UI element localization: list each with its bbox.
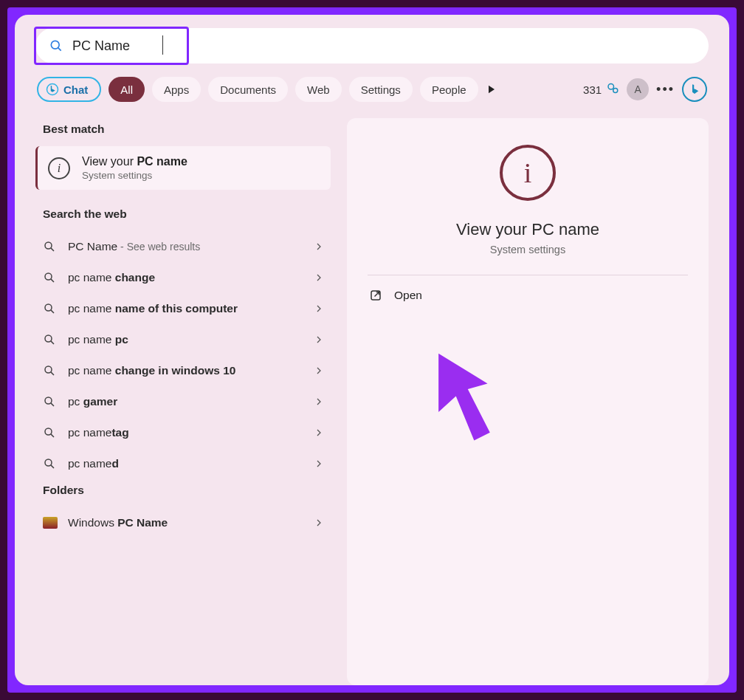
search-icon — [43, 457, 56, 470]
svg-line-10 — [51, 310, 54, 313]
best-match-result[interactable]: i View your PC name System settings — [35, 146, 331, 190]
web-result[interactable]: pc named — [35, 448, 331, 479]
svg-point-15 — [45, 397, 52, 404]
result-label: pc name change — [68, 271, 314, 284]
reward-icon — [606, 83, 619, 96]
result-label: pc nametag — [68, 426, 314, 439]
search-bar — [35, 28, 709, 64]
next-icon[interactable] — [486, 83, 497, 95]
best-match-title: View your PC name — [82, 155, 187, 168]
search-icon — [43, 333, 56, 346]
search-input[interactable] — [72, 38, 695, 54]
text-caret — [162, 35, 163, 55]
filter-chat[interactable]: Chat — [37, 77, 101, 102]
filter-label: Documents — [220, 83, 276, 96]
preview-title: View your PC name — [456, 220, 599, 239]
svg-line-14 — [51, 372, 54, 375]
avatar[interactable]: A — [627, 78, 649, 100]
bing-button[interactable] — [682, 77, 707, 102]
svg-line-12 — [51, 341, 54, 344]
chevron-right-icon — [314, 518, 323, 527]
best-match-subtitle: System settings — [82, 170, 187, 181]
more-icon[interactable]: ••• — [656, 82, 675, 97]
section-search-web: Search the web — [35, 203, 331, 231]
svg-point-3 — [608, 84, 614, 90]
chevron-right-icon — [314, 273, 323, 282]
svg-point-9 — [45, 304, 52, 311]
result-label: pc gamer — [68, 395, 314, 408]
result-label: PC Name - See web results — [68, 240, 314, 253]
svg-line-18 — [51, 434, 54, 437]
filter-label: Chat — [63, 83, 88, 96]
section-folders: Folders — [35, 479, 331, 507]
search-icon — [43, 271, 56, 284]
avatar-initial: A — [634, 83, 641, 95]
web-result[interactable]: PC Name - See web results — [35, 231, 331, 262]
result-label: pc name change in windows 10 — [68, 364, 314, 377]
filter-people[interactable]: People — [420, 77, 478, 102]
chevron-right-icon — [314, 242, 323, 251]
open-label: Open — [394, 289, 422, 302]
svg-point-17 — [45, 428, 52, 435]
result-label: pc named — [68, 457, 314, 470]
filter-web[interactable]: Web — [295, 77, 342, 102]
rewards-button[interactable]: 331 — [583, 83, 619, 96]
svg-line-1 — [58, 48, 61, 51]
svg-point-0 — [51, 41, 59, 49]
filter-label: People — [432, 83, 466, 96]
web-result[interactable]: pc name name of this computer — [35, 293, 331, 324]
filter-label: All — [120, 83, 133, 96]
preview-pane: i View your PC name System settings Open — [347, 118, 709, 685]
svg-point-5 — [45, 242, 52, 249]
filter-row: Chat All Apps Documents Web Settings Peo… — [35, 77, 709, 102]
svg-point-13 — [45, 366, 52, 373]
filter-settings[interactable]: Settings — [349, 77, 413, 102]
svg-line-6 — [51, 248, 54, 251]
filter-all[interactable]: All — [108, 77, 145, 102]
search-icon — [43, 240, 56, 253]
result-label: pc name name of this computer — [68, 302, 314, 315]
svg-line-16 — [51, 403, 54, 406]
search-icon — [43, 302, 56, 315]
search-window: Chat All Apps Documents Web Settings Peo… — [15, 15, 729, 685]
section-best-match: Best match — [35, 118, 331, 146]
chevron-right-icon — [314, 459, 323, 468]
filter-label: Settings — [361, 83, 401, 96]
results-pane: Best match i View your PC name System se… — [35, 118, 331, 685]
reward-points: 331 — [583, 83, 602, 96]
result-label: Windows PC Name — [68, 516, 314, 529]
svg-line-20 — [51, 465, 54, 468]
search-icon — [49, 38, 63, 53]
search-icon — [43, 364, 56, 377]
web-result[interactable]: pc name pc — [35, 324, 331, 355]
open-icon — [369, 289, 382, 302]
chevron-right-icon — [314, 366, 323, 375]
filter-label: Apps — [164, 83, 189, 96]
filter-label: Web — [307, 83, 330, 96]
web-result[interactable]: pc gamer — [35, 386, 331, 417]
svg-point-19 — [45, 459, 52, 466]
chevron-right-icon — [314, 335, 323, 344]
bing-icon — [46, 83, 59, 96]
web-result[interactable]: pc name change in windows 10 — [35, 355, 331, 386]
info-icon: i — [500, 145, 556, 201]
result-label: pc name pc — [68, 333, 314, 346]
open-button[interactable]: Open — [368, 278, 688, 312]
folder-result[interactable]: Windows PC Name — [35, 507, 331, 538]
filter-documents[interactable]: Documents — [208, 77, 288, 102]
search-icon — [43, 395, 56, 408]
filter-apps[interactable]: Apps — [152, 77, 201, 102]
web-result[interactable]: pc nametag — [35, 417, 331, 448]
folder-icon — [43, 517, 58, 529]
chevron-right-icon — [314, 304, 323, 313]
web-result[interactable]: pc name change — [35, 262, 331, 293]
info-icon: i — [48, 157, 70, 179]
svg-point-4 — [613, 89, 618, 93]
preview-subtitle: System settings — [490, 244, 565, 255]
chevron-right-icon — [314, 428, 323, 437]
bing-icon — [688, 83, 701, 96]
svg-line-8 — [51, 279, 54, 282]
chevron-right-icon — [314, 397, 323, 406]
svg-point-7 — [45, 273, 52, 280]
divider — [368, 275, 688, 275]
